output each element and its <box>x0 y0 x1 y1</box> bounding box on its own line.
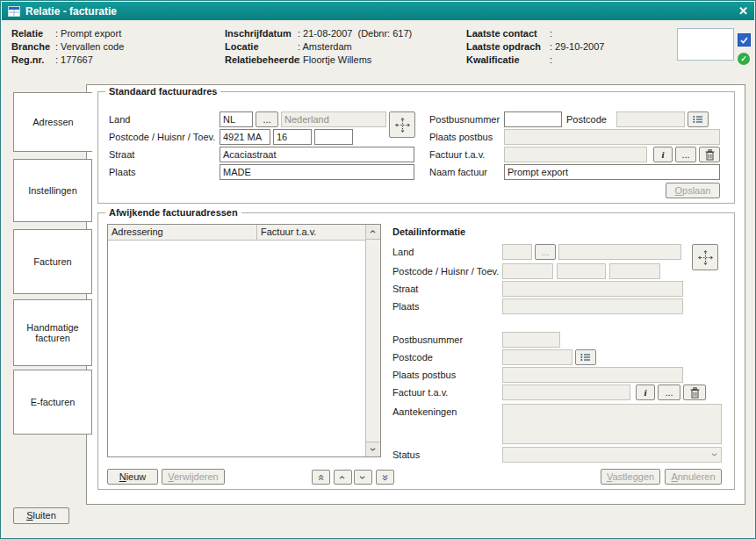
detail-factuur-tav-info-button[interactable]: i <box>636 384 655 400</box>
toevoeging-input[interactable] <box>314 129 353 145</box>
detail-postbus-postcode-field <box>502 349 572 365</box>
postcode-input[interactable] <box>220 129 270 145</box>
land-lookup-button[interactable]: ... <box>256 111 278 127</box>
inschrijfdatum-value: : 21-08-2007 (Debnr: 617) <box>298 28 412 39</box>
check-icon <box>740 37 748 44</box>
relatiebeheerder-label: Relatiebeheerde <box>225 54 299 65</box>
plaats-postbus-label: Plaats postbus <box>429 132 493 142</box>
factuur-tav-label: Factuur t.a.v. <box>429 149 485 160</box>
relatiebeheerder-value: : Floortje Willems <box>298 54 371 65</box>
status-ok-icon: ✓ <box>738 53 750 65</box>
standaard-factuuradres-group: Standaard factuuradres Land ... Postcode… <box>97 91 735 204</box>
detail-factuur-tav-lookup-button[interactable]: ... <box>658 384 680 400</box>
detail-plaats-postbus-field <box>502 367 683 383</box>
detail-land-name-field <box>558 244 681 260</box>
move-icon <box>698 250 713 265</box>
detail-land-lookup-button[interactable]: ... <box>535 244 556 260</box>
table-scrollbar[interactable]: ‹ › <box>365 225 380 456</box>
chevron-down-icon: › <box>369 448 378 451</box>
naam-factuur-input[interactable] <box>504 164 720 180</box>
land-name-field <box>281 111 386 127</box>
header-checkbox[interactable] <box>738 33 751 47</box>
laatste-contact-value: : <box>550 28 552 39</box>
detail-status-select[interactable]: › <box>502 447 722 463</box>
detail-straat-field <box>502 281 683 297</box>
double-chevron-up-icon: « <box>316 474 325 480</box>
factuur-tav-info-button[interactable]: i <box>653 147 673 162</box>
locatie-value: : Amsterdam <box>298 41 352 52</box>
land-label: Land <box>109 114 130 125</box>
tab-e-facturen[interactable]: E-facturen <box>13 370 92 435</box>
opslaan-button[interactable]: Opslaan <box>666 183 720 198</box>
tab-facturen[interactable]: Facturen <box>13 229 92 294</box>
chevron-up-icon: ‹ <box>339 475 348 478</box>
chevron-down-icon: › <box>359 475 368 478</box>
locatie-label: Locatie <box>225 41 259 52</box>
list-icon <box>693 115 703 124</box>
afwijkende-adressen-table[interactable]: Adressering Factuur t.a.v. ‹ › <box>107 224 381 457</box>
regnr-label: Reg.nr. <box>11 54 44 65</box>
header-detail-box <box>677 28 734 61</box>
factuur-tav-delete-button[interactable] <box>699 147 720 162</box>
detail-plaats-field <box>502 298 683 314</box>
tab-adressen[interactable]: Adressen <box>13 92 92 152</box>
laatste-opdracht-label: Laatste opdrach <box>466 41 541 52</box>
vastleggen-button[interactable]: Vastleggen <box>601 469 660 485</box>
relatie-label: Relatie <box>11 28 43 39</box>
app-icon <box>8 6 20 17</box>
plaats-input[interactable] <box>220 164 414 180</box>
table-header: Adressering Factuur t.a.v. <box>108 225 366 241</box>
move-up-button[interactable]: ‹ <box>334 470 352 485</box>
sluiten-button[interactable]: Sluiten <box>13 507 69 524</box>
detail-toevoeging-field <box>609 263 660 279</box>
nieuw-button[interactable]: Nieuw <box>107 469 158 485</box>
scroll-down-button[interactable]: › <box>366 442 380 456</box>
close-button[interactable]: ✕ <box>738 4 748 18</box>
titlebar[interactable]: Relatie - facturatie ✕ <box>2 2 754 20</box>
naam-factuur-label: Naam factuur <box>429 167 487 177</box>
detail-postcode-huisnr-label: Postcode / Huisnr / Toev. <box>392 266 499 277</box>
table-body[interactable] <box>108 241 366 456</box>
move-down-button[interactable]: › <box>354 470 372 485</box>
detail-land-label: Land <box>392 247 414 257</box>
annuleren-button[interactable]: Annuleren <box>665 469 722 485</box>
detail-status-label: Status <box>392 449 420 460</box>
window-title: Relatie - facturatie <box>25 5 117 18</box>
tab-instellingen[interactable]: Instellingen <box>13 159 92 222</box>
postcode-lookup-button[interactable] <box>688 111 709 127</box>
relatie-value: : Prompt export <box>55 28 121 39</box>
move-icon <box>395 118 410 133</box>
plaats-postbus-field <box>504 129 720 145</box>
postbusnummer-input[interactable] <box>504 111 562 127</box>
detail-postcode-lookup-button[interactable] <box>575 349 596 365</box>
address-move-button[interactable] <box>389 111 415 138</box>
trash-icon <box>690 387 700 399</box>
detail-address-move-button[interactable] <box>692 244 718 270</box>
postbusnummer-label: Postbusnummer <box>429 114 500 125</box>
detail-factuur-tav-label: Factuur t.a.v. <box>392 387 448 398</box>
straat-input[interactable] <box>220 147 414 162</box>
verwijderen-button[interactable]: Verwijderen <box>162 469 225 485</box>
huisnr-input[interactable] <box>273 129 312 145</box>
detail-factuur-tav-field <box>502 384 630 400</box>
laatste-contact-label: Laatste contact <box>466 28 537 39</box>
trash-icon <box>705 149 715 161</box>
detail-aantekeningen-field <box>502 404 722 444</box>
land-code-input[interactable] <box>220 111 253 127</box>
column-header-factuur-tav[interactable]: Factuur t.a.v. <box>257 225 320 240</box>
move-bottom-button[interactable]: » <box>376 470 394 485</box>
factuur-tav-lookup-button[interactable]: ... <box>675 147 696 162</box>
relatie-facturatie-window: Relatie - facturatie ✕ Relatie : Prompt … <box>0 0 756 539</box>
column-header-adressering[interactable]: Adressering <box>108 225 257 240</box>
move-top-button[interactable]: « <box>312 470 330 485</box>
double-chevron-down-icon: » <box>380 474 389 480</box>
detail-postbusnummer-field <box>502 332 560 348</box>
postbus-postcode-label: Postcode <box>566 114 607 125</box>
postcode-huisnr-label: Postcode / Huisnr / Toev. <box>109 132 215 142</box>
scroll-up-button[interactable]: ‹ <box>366 225 380 240</box>
tab-handmatige-facturen[interactable]: Handmatige facturen <box>13 299 92 366</box>
chevron-up-icon: ‹ <box>369 230 378 234</box>
list-icon <box>580 353 591 362</box>
detail-factuur-tav-delete-button[interactable] <box>683 384 706 400</box>
detail-land-code-field <box>502 244 532 260</box>
